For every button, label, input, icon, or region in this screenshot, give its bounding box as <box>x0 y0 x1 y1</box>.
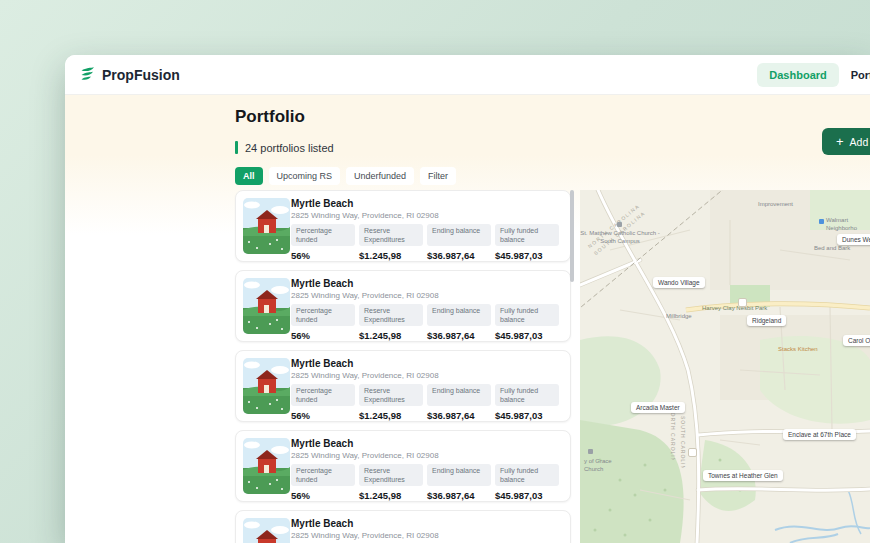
church-poi-icon <box>588 449 593 454</box>
stat-value: $36.987,64 <box>427 250 491 261</box>
propfusion-logo-icon <box>79 65 96 85</box>
property-address: 2825 Winding Way, Providence, RI 02908 <box>291 291 439 300</box>
property-address: 2825 Winding Way, Providence, RI 02908 <box>291 371 439 380</box>
map-label-stacks-kitchen: Stacks Kitchen <box>778 346 818 354</box>
property-stats: Percentage funded56% Reserve Expenditure… <box>291 384 559 421</box>
property-title: Myrtle Beach <box>291 358 353 369</box>
map[interactable]: NORTH CAROLINA SOUTH CAROLINA NORTH CARO… <box>580 190 870 543</box>
nav-item-portfolio[interactable]: Portfolio <box>851 69 870 81</box>
property-address: 2825 Winding Way, Providence, RI 02908 <box>291 531 439 540</box>
stat-value: $45.987,03 <box>495 490 559 501</box>
map-label-walmart: Walmart Neighborho <box>826 217 870 233</box>
stat-label: Reserve Expenditures <box>359 384 423 406</box>
map-marker-dunes-west[interactable]: Dunes West <box>837 234 870 245</box>
brand: PropFusion <box>79 65 180 85</box>
property-stats: Percentage funded56% Reserve Expenditure… <box>291 224 559 261</box>
filter-filter[interactable]: Filter <box>420 167 456 185</box>
map-marker-townes-at-heather-glen[interactable]: Townes at Heather Glen <box>703 470 783 481</box>
map-label-grace-church: y of Grace Church <box>584 458 624 474</box>
add-new-button[interactable]: + Add new <box>822 128 870 155</box>
property-stats: Percentage funded56% Reserve Expenditure… <box>291 464 559 501</box>
list-scrollbar[interactable] <box>570 190 574 282</box>
stat-value: 56% <box>291 330 355 341</box>
stat-value: $45.987,03 <box>495 330 559 341</box>
filter-upcoming-rs[interactable]: Upcoming RS <box>269 167 341 185</box>
stat-value: $1.245,98 <box>359 490 423 501</box>
stat-label: Percentage funded <box>291 304 355 326</box>
property-title: Myrtle Beach <box>291 198 353 209</box>
portfolio-card-list: Myrtle Beach 2825 Winding Way, Providenc… <box>235 190 571 543</box>
property-thumbnail <box>243 278 290 334</box>
map-label-improvement: Improvement <box>758 201 793 209</box>
stat-label: Reserve Expenditures <box>359 464 423 486</box>
stat-value: $36.987,64 <box>427 330 491 341</box>
property-thumbnail <box>243 518 290 543</box>
stat-value: $1.245,98 <box>359 250 423 261</box>
property-title: Myrtle Beach <box>291 518 353 529</box>
portfolio-card[interactable]: Myrtle Beach 2825 Winding Way, Providenc… <box>235 430 571 502</box>
state-border-label-vertical-south: SOUTH CAROLINA <box>680 416 686 468</box>
top-nav: Dashboard Portfolio <box>757 55 870 95</box>
property-stats: Percentage funded56% Reserve Expenditure… <box>291 304 559 341</box>
property-thumbnail <box>243 438 290 494</box>
brand-name: PropFusion <box>102 67 180 83</box>
add-new-label: Add new <box>850 136 870 148</box>
property-thumbnail <box>243 358 290 414</box>
map-marker-wando-village[interactable]: Wando Village <box>653 277 705 288</box>
route-shield-icon <box>738 298 747 307</box>
map-label-st-matthew-church: St. Matthew Catholic Church - South Camp… <box>580 230 660 246</box>
property-address: 2825 Winding Way, Providence, RI 02908 <box>291 211 439 220</box>
stat-value: 56% <box>291 250 355 261</box>
filter-underfunded[interactable]: Underfunded <box>346 167 414 185</box>
portfolio-pane: Portfolio 24 portfolios listed All Upcom… <box>65 95 580 543</box>
map-label-bed-and-bark: Bed and Bark <box>814 245 850 253</box>
stat-label: Fully funded balance <box>495 464 559 486</box>
portfolio-count-row: 24 portfolios listed <box>235 141 571 154</box>
stat-label: Fully funded balance <box>495 304 559 326</box>
stat-label: Fully funded balance <box>495 224 559 246</box>
map-marker-carol-oaks[interactable]: Carol Oaks <box>843 335 870 346</box>
plus-icon: + <box>836 135 844 148</box>
stat-value: $45.987,03 <box>495 250 559 261</box>
stat-label: Fully funded balance <box>495 384 559 406</box>
stat-value: $36.987,64 <box>427 410 491 421</box>
portfolio-card[interactable]: Myrtle Beach 2825 Winding Way, Providenc… <box>235 190 571 262</box>
filter-all[interactable]: All <box>235 167 263 185</box>
stat-value: $36.987,64 <box>427 490 491 501</box>
stat-label: Percentage funded <box>291 464 355 486</box>
map-marker-ridgeland[interactable]: Ridgeland <box>747 315 786 326</box>
stat-value: 56% <box>291 410 355 421</box>
portfolio-card[interactable]: Myrtle Beach 2825 Winding Way, Providenc… <box>235 510 571 543</box>
app-window: PropFusion Dashboard Portfolio Portfolio… <box>65 55 870 543</box>
accent-bar <box>235 141 238 154</box>
stat-label: Percentage funded <box>291 224 355 246</box>
route-shield-icon <box>688 448 697 457</box>
stat-value: $1.245,98 <box>359 330 423 341</box>
app-header: PropFusion Dashboard Portfolio <box>65 55 870 95</box>
stat-label: Ending balance <box>427 464 491 486</box>
nav-item-dashboard[interactable]: Dashboard <box>757 63 838 87</box>
page-title: Portfolio <box>235 107 571 127</box>
desktop-background: PropFusion Dashboard Portfolio Portfolio… <box>0 0 870 543</box>
stat-label: Percentage funded <box>291 384 355 406</box>
map-marker-arcadia-master[interactable]: Arcadia Master <box>631 402 685 413</box>
church-poi-icon <box>617 222 622 227</box>
stat-value: $1.245,98 <box>359 410 423 421</box>
property-title: Myrtle Beach <box>291 278 353 289</box>
content-area: Portfolio 24 portfolios listed All Upcom… <box>65 95 870 543</box>
stat-label: Reserve Expenditures <box>359 304 423 326</box>
portfolio-count: 24 portfolios listed <box>245 142 334 154</box>
stat-value: 56% <box>291 490 355 501</box>
map-marker-enclave-at-67th-place[interactable]: Enclave at 67th Place <box>783 429 856 440</box>
stat-label: Ending balance <box>427 304 491 326</box>
map-label-millbridge: Millbridge <box>666 313 692 321</box>
stat-label: Ending balance <box>427 224 491 246</box>
stat-label: Reserve Expenditures <box>359 224 423 246</box>
portfolio-card[interactable]: Myrtle Beach 2825 Winding Way, Providenc… <box>235 350 571 422</box>
portfolio-card[interactable]: Myrtle Beach 2825 Winding Way, Providenc… <box>235 270 571 342</box>
stat-label: Ending balance <box>427 384 491 406</box>
state-border-label-vertical-north: NORTH CAROLINA <box>670 408 676 460</box>
property-thumbnail <box>243 198 290 254</box>
property-title: Myrtle Beach <box>291 438 353 449</box>
portfolio-column: Portfolio 24 portfolios listed All Upcom… <box>235 95 571 543</box>
